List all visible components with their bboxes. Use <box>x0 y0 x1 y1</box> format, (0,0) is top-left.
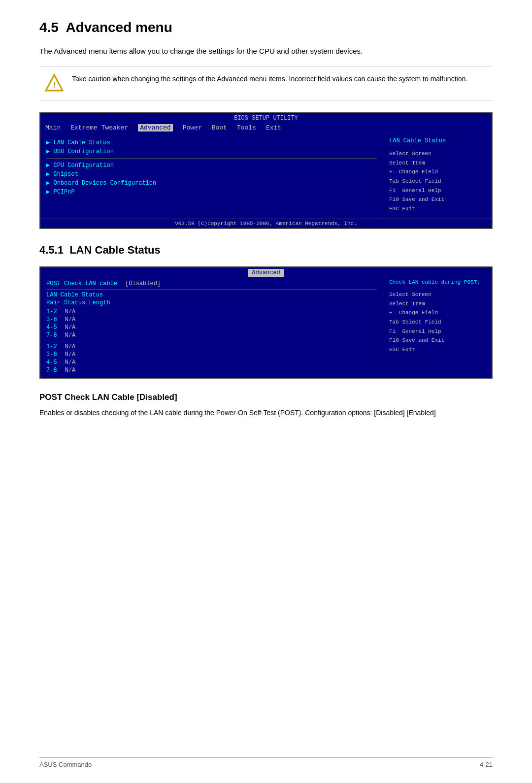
bios-help-general: F1 General Help <box>389 186 486 196</box>
bios-content-area: LAN Cable Status USB Configuration CPU C… <box>40 132 492 219</box>
bios-right-panel: LAN Cable Status Select Screen Select It… <box>383 135 492 216</box>
post-check-title: POST Check LAN Cable [Disabled] <box>39 392 493 402</box>
bios2-row-1-2-top: 1-2N/A <box>46 308 377 315</box>
page-footer: ASUS Commando 4-21 <box>39 757 493 768</box>
bios2-row-1-2-bot: 1-2N/A <box>46 343 377 350</box>
bios-menu-extreme[interactable]: Extreme Tweaker <box>70 124 128 131</box>
bios2-header: Advanced <box>40 267 492 277</box>
subsection-title: 4.5.1 LAN Cable Status <box>39 244 493 257</box>
bios-title-bar: BIOS SETUP UTILITY <box>40 113 492 123</box>
bios2-row-7-8-bot: 7-8N/A <box>46 367 377 374</box>
bios2-post-row: POST Check LAN cable [Disabled] <box>46 280 377 287</box>
intro-paragraph: The Advanced menu items allow you to cha… <box>39 45 493 57</box>
subsection-number: 4.5.1 <box>39 244 64 256</box>
bios2-rows-top: 1-2N/A 3-6N/A 4-5N/A 7-8N/A <box>46 308 377 339</box>
bios2-row-4-5-top: 4-5N/A <box>46 324 377 331</box>
bios-help-esc: ESC Exit <box>389 204 486 214</box>
subsection-title-text: LAN Cable Status <box>69 244 161 256</box>
bios2-header-label: Advanced <box>248 269 284 277</box>
bios-help-select-field: Tab Select Field <box>389 177 486 186</box>
bios-item-chipset[interactable]: Chipset <box>46 170 377 178</box>
bios2-divider-mid <box>46 341 377 341</box>
post-check-description: Enables or disables checking of the LAN … <box>39 407 493 418</box>
bios-left-panel: LAN Cable Status USB Configuration CPU C… <box>40 135 383 216</box>
bios2-row-7-8-top: 7-8N/A <box>46 332 377 339</box>
section-title: 4.5 Advanced menu <box>39 20 493 35</box>
bios-item-lan[interactable]: LAN Cable Status <box>46 139 377 146</box>
bios2-divider-top <box>46 289 377 290</box>
svg-text:!: ! <box>53 80 56 90</box>
bios2-help-select-item: Select Item <box>389 299 486 309</box>
bios-item-onboard[interactable]: Onboard Devices Configuration <box>46 179 377 187</box>
bios2-post-label: POST Check LAN cable <box>46 280 117 287</box>
bios-help-change-field: +- Change Field <box>389 167 486 177</box>
bios2-rows-bottom: 1-2N/A 3-6N/A 4-5N/A 7-8N/A <box>46 343 377 374</box>
bios-menu-boot[interactable]: Boot <box>212 124 227 131</box>
bios-menu-bar: Main Extreme Tweaker Advanced Power Boot… <box>40 123 492 132</box>
footer-right: 4-21 <box>480 761 493 768</box>
bios2-right-panel: Check LAN cable during POST. Select Scre… <box>383 277 492 378</box>
bios2-columns: Pair Status Length <box>46 299 377 306</box>
bios2-help-select-field: Tab Select Field <box>389 318 486 327</box>
bios-help-text: Select Screen Select Item +- Change Fiel… <box>389 149 486 214</box>
bios-right-desc: LAN Cable Status <box>389 137 486 144</box>
bios-menu-tools[interactable]: Tools <box>237 124 256 131</box>
bios2-table-header: LAN Cable Status <box>46 292 377 298</box>
footer-left: ASUS Commando <box>39 761 92 768</box>
bios-item-cpu[interactable]: CPU Configuration <box>46 162 377 169</box>
bios-help-select-item: Select Item <box>389 159 486 168</box>
bios2-post-value[interactable]: [Disabled] <box>125 280 161 287</box>
bios2-row-3-6-bot: 3-6N/A <box>46 351 377 358</box>
bios-menu-power[interactable]: Power <box>183 124 202 131</box>
section-title-text: Advanced menu <box>66 20 172 35</box>
bios-footer: v02.58 (C)Copyright 1985-2006, American … <box>40 219 492 228</box>
bios-item-pci[interactable]: PCIPnP <box>46 188 377 196</box>
bios-menu-exit[interactable]: Exit <box>266 124 281 131</box>
bios2-help: Select Screen Select Item +- Change Fiel… <box>389 290 486 355</box>
bios-divider-1 <box>46 158 377 159</box>
bios2-help-esc: ESC Exit <box>389 345 486 355</box>
bios2-help-select-screen: Select Screen <box>389 290 486 299</box>
bios2-right-desc: Check LAN cable during POST. <box>389 279 486 285</box>
bios-item-usb[interactable]: USB Configuration <box>46 148 377 155</box>
bios2-help-change-field: +- Change Field <box>389 308 486 318</box>
bios-help-select-screen: Select Screen <box>389 149 486 159</box>
bios-menu-advanced[interactable]: Advanced <box>138 124 172 131</box>
bios-screen-1: BIOS SETUP UTILITY Main Extreme Tweaker … <box>39 112 493 229</box>
bios2-content: POST Check LAN cable [Disabled] LAN Cabl… <box>40 277 492 378</box>
bios-help-save: F10 Save and Exit <box>389 195 486 204</box>
bios2-row-3-6-top: 3-6N/A <box>46 316 377 323</box>
caution-box: ! Take caution when changing the setting… <box>39 66 493 100</box>
bios2-help-general: F1 General Help <box>389 327 486 336</box>
caution-icon: ! <box>44 73 64 93</box>
bios-menu-main[interactable]: Main <box>45 124 61 131</box>
bios2-row-4-5-bot: 4-5N/A <box>46 359 377 366</box>
bios-screen-2: Advanced POST Check LAN cable [Disabled]… <box>39 266 493 379</box>
caution-text: Take caution when changing the settings … <box>72 73 467 84</box>
bios2-left-panel: POST Check LAN cable [Disabled] LAN Cabl… <box>40 277 383 378</box>
bios2-help-save: F10 Save and Exit <box>389 336 486 345</box>
section-number: 4.5 <box>39 20 59 35</box>
